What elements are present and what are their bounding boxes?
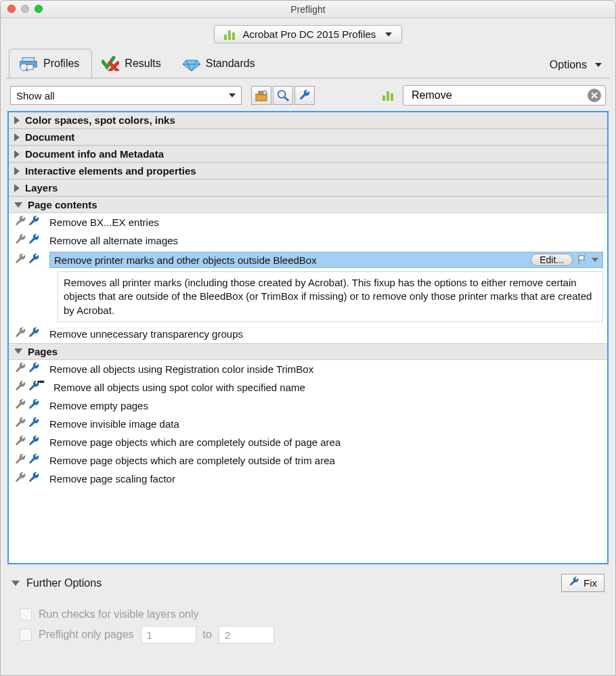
fixup-item[interactable]: Remove page objects which are completely… xyxy=(9,433,607,451)
close-icon xyxy=(591,92,598,99)
category-label: Pages xyxy=(28,346,58,357)
bars-icon xyxy=(382,90,395,101)
wrench-gray-icon xyxy=(14,253,26,267)
wrench-gray-icon xyxy=(14,435,26,449)
svg-line-12 xyxy=(285,97,288,101)
svg-rect-0 xyxy=(22,58,35,61)
wrench-blue-icon xyxy=(28,417,40,431)
chevron-down-icon xyxy=(595,63,602,67)
wrench-gray-icon xyxy=(14,362,26,376)
visible-layers-label: Run checks for visible layers only xyxy=(39,608,199,621)
edit-button[interactable]: Edit... xyxy=(531,254,573,266)
chevron-down-icon xyxy=(385,32,392,37)
disclosure-right-icon xyxy=(14,116,20,125)
toolbox-button[interactable] xyxy=(251,86,271,105)
fixup-item[interactable]: Remove page scaling factor xyxy=(9,470,607,488)
wrench-blue-icon xyxy=(28,362,40,376)
search-input[interactable] xyxy=(410,89,588,102)
category-document[interactable]: Document xyxy=(9,129,607,145)
category-page-contents[interactable]: Page contents xyxy=(9,196,607,213)
fixup-item[interactable]: Remove page objects which are completely… xyxy=(9,451,607,470)
fix-button[interactable]: Fix xyxy=(561,574,604,592)
fixups-list: Color spaces, spot colors, inks Document… xyxy=(7,111,609,564)
options-menu[interactable]: Options xyxy=(550,59,607,78)
category-interactive[interactable]: Interactive elements and properties xyxy=(9,162,607,179)
bars-icon xyxy=(224,29,236,40)
fixup-description: Removes all printer marks (including tho… xyxy=(58,271,603,322)
fixup-label: Remove unnecessary transparency groups xyxy=(49,328,602,340)
fixup-item[interactable]: Remove empty pages xyxy=(9,397,607,415)
fixup-item-selected[interactable]: Remove printer marks and other objects o… xyxy=(9,250,607,270)
wrench-gray-icon xyxy=(14,399,26,413)
from-page-input[interactable] xyxy=(141,626,196,644)
category-docinfo[interactable]: Document info and Metadata xyxy=(9,145,607,162)
fixup-label: Remove BX...EX entries xyxy=(49,217,602,228)
category-label: Document xyxy=(25,131,74,143)
wrench-blue-icon xyxy=(28,253,40,267)
single-check-button[interactable] xyxy=(273,86,293,105)
fixup-label: Remove page objects which are completely… xyxy=(49,436,602,448)
filter-label: Show all xyxy=(16,90,55,102)
wrench-blue-icon xyxy=(28,233,40,248)
fixup-label: Remove empty pages xyxy=(49,400,602,411)
profile-set-dropdown[interactable]: Acrobat Pro DC 2015 Profiles xyxy=(214,25,403,43)
tab-profiles[interactable]: Profiles xyxy=(9,49,92,78)
wrench-gray-icon xyxy=(14,327,26,341)
tab-results[interactable]: Results xyxy=(92,49,173,78)
category-colorspaces[interactable]: Color spaces, spot colors, inks xyxy=(9,112,607,129)
single-fixup-button[interactable] xyxy=(294,86,315,105)
window-minimize-button[interactable] xyxy=(21,5,29,13)
category-label: Layers xyxy=(25,182,58,194)
preflight-pages-label: Preflight only pages xyxy=(39,629,134,641)
wrench-blue-icon xyxy=(28,399,40,413)
svg-point-10 xyxy=(263,91,267,95)
profile-set-label: Acrobat Pro DC 2015 Profiles xyxy=(243,28,376,40)
fixup-item[interactable]: Remove BX...EX entries xyxy=(9,213,607,231)
fixup-item[interactable]: Remove unnecessary transparency groups xyxy=(9,325,607,343)
category-label: Page contents xyxy=(28,199,97,210)
wrench-gray-icon xyxy=(14,215,26,229)
window-zoom-button[interactable] xyxy=(35,5,43,13)
fixup-item[interactable]: ••• Remove all objects using spot color … xyxy=(9,378,607,397)
category-pages[interactable]: Pages xyxy=(9,343,607,360)
fixup-item[interactable]: Remove all objects using Registration co… xyxy=(9,360,607,378)
wrench-blue-icon xyxy=(28,215,40,229)
fixup-label: Remove printer marks and other objects o… xyxy=(54,254,531,266)
tab-standards[interactable]: Standards xyxy=(173,49,267,78)
preflight-pages-checkbox[interactable] xyxy=(20,629,32,641)
disclosure-right-icon xyxy=(14,167,20,175)
fixup-label: Remove all alternate images xyxy=(49,235,602,246)
window-close-button[interactable] xyxy=(7,5,16,13)
magnifier-icon xyxy=(277,89,289,102)
further-options-label: Further Options xyxy=(26,577,102,589)
fixup-label: Remove all objects using Registration co… xyxy=(49,363,602,375)
window-title: Preflight xyxy=(1,4,615,15)
fixup-label: Remove page objects which are completely… xyxy=(49,455,602,466)
to-page-input[interactable] xyxy=(219,626,274,644)
flag-menu[interactable] xyxy=(577,254,598,265)
clear-search-button[interactable] xyxy=(588,89,601,102)
disclosure-right-icon xyxy=(14,150,20,158)
printer-search-icon xyxy=(19,56,38,71)
fixup-item[interactable]: Remove invisible image data xyxy=(9,415,607,433)
category-label: Interactive elements and properties xyxy=(25,165,196,177)
fixup-label: Remove all objects using spot color with… xyxy=(53,382,602,393)
filter-dropdown[interactable]: Show all xyxy=(10,86,242,105)
to-label: to xyxy=(203,629,212,641)
titlebar: Preflight xyxy=(1,1,615,18)
search-field[interactable] xyxy=(403,85,606,106)
disclosure-down-icon xyxy=(14,348,22,354)
category-layers[interactable]: Layers xyxy=(9,179,607,196)
check-x-icon xyxy=(102,56,119,71)
disclosure-down-icon[interactable] xyxy=(12,581,20,586)
wrench-blue-icon xyxy=(28,472,40,486)
wrench-gray-icon xyxy=(14,453,26,468)
visible-layers-checkbox[interactable] xyxy=(20,608,32,621)
toolbox-icon xyxy=(255,89,268,102)
wrench-icon xyxy=(299,89,311,102)
fixup-item[interactable]: Remove all alternate images xyxy=(9,231,607,250)
fix-label: Fix xyxy=(584,577,597,589)
tab-standards-label: Standards xyxy=(206,58,255,70)
fixup-label: Remove page scaling factor xyxy=(49,473,602,485)
category-label: Document info and Metadata xyxy=(25,148,164,160)
